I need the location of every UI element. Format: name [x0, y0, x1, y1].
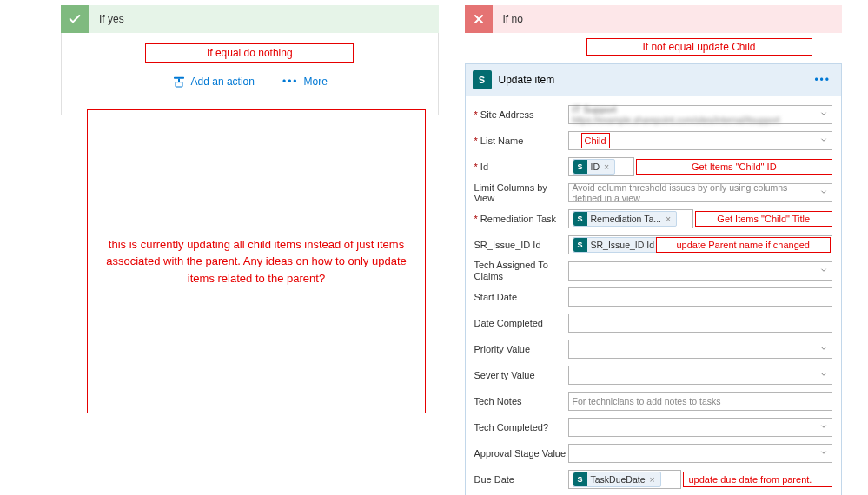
- input-sr-issue[interactable]: S SR_Issue_ID Id × update Parent name if…: [568, 235, 833, 254]
- check-icon: [61, 5, 89, 33]
- label-date-completed: Date Completed: [474, 318, 568, 328]
- svg-rect-1: [178, 79, 180, 82]
- chevron-down-icon: [819, 370, 828, 380]
- branch-no-label: If no: [503, 13, 523, 25]
- input-start-date[interactable]: [568, 287, 833, 307]
- add-action-label: Add an action: [191, 76, 255, 88]
- label-tech-completed: Tech Completed?: [474, 422, 568, 432]
- input-limit-columns[interactable]: Avoid column threshold issues by only us…: [568, 183, 833, 202]
- action-header[interactable]: S Update item •••: [466, 64, 842, 96]
- svg-rect-0: [174, 77, 184, 79]
- branch-body-yes: If equal do nothing Add an action ••• Mo…: [61, 33, 439, 116]
- input-list-name[interactable]: Child: [568, 131, 833, 150]
- chevron-down-icon: [819, 448, 828, 459]
- more-icon: •••: [282, 76, 299, 88]
- token-remove-icon[interactable]: ×: [664, 214, 673, 224]
- input-site-address[interactable]: IT Support https://example.sharepoint.co…: [568, 105, 833, 124]
- more-button[interactable]: ••• More: [282, 76, 328, 88]
- input-remediation[interactable]: S Remediation Ta... ×: [568, 209, 693, 228]
- input-tech-notes[interactable]: For technicians to add notes to tasks: [568, 392, 833, 411]
- input-tech-completed[interactable]: [568, 418, 833, 437]
- chevron-down-icon: [819, 109, 828, 120]
- label-tech-notes: Tech Notes: [474, 396, 568, 406]
- annotation-id: Get Items "Child" ID: [636, 159, 833, 175]
- input-approval-stage[interactable]: [568, 444, 833, 463]
- close-icon: [465, 5, 493, 33]
- input-date-completed[interactable]: [568, 314, 833, 333]
- sharepoint-mini-icon: S: [573, 160, 587, 174]
- chevron-down-icon: [819, 188, 828, 198]
- label-approval-stage: Approval Stage Value: [474, 448, 568, 459]
- svg-rect-2: [176, 82, 182, 87]
- input-severity[interactable]: [568, 366, 833, 385]
- label-remediation: Remediation Task: [474, 214, 568, 224]
- token-remove-icon[interactable]: ×: [602, 162, 611, 172]
- input-id[interactable]: S ID ×: [568, 157, 634, 176]
- label-priority: Priority Value: [474, 344, 568, 354]
- sharepoint-mini-icon: S: [573, 212, 587, 226]
- annotation-remediation: Get Items "Child" Title: [695, 211, 833, 227]
- chevron-down-icon: [819, 266, 828, 276]
- label-sr-issue: SR_Issue_ID Id: [474, 240, 568, 250]
- label-list-name: List Name: [474, 135, 568, 146]
- annotation-question: this is currently updating all child ite…: [87, 109, 426, 413]
- label-start-date: Start Date: [474, 292, 568, 302]
- token-remediation[interactable]: S Remediation Ta... ×: [573, 211, 678, 227]
- input-priority[interactable]: [568, 340, 833, 359]
- annotation-due-date: update due date from parent.: [683, 472, 833, 487]
- sharepoint-icon: S: [473, 70, 492, 89]
- label-site-address: Site Address: [474, 109, 568, 120]
- branch-header-yes[interactable]: If yes: [61, 5, 439, 33]
- action-menu-button[interactable]: •••: [811, 74, 834, 86]
- sharepoint-mini-icon: S: [573, 238, 587, 252]
- input-due-date[interactable]: S TaskDueDate ×: [568, 470, 681, 489]
- chevron-down-icon: [819, 344, 828, 354]
- annotation-sr-issue: update Parent name if changed: [656, 237, 832, 253]
- add-action-button[interactable]: Add an action: [172, 75, 255, 89]
- chevron-down-icon: [819, 135, 828, 146]
- more-label: More: [304, 76, 328, 88]
- label-limit-columns: Limit Columns by View: [474, 182, 568, 203]
- chevron-down-icon: [819, 422, 828, 432]
- branch-header-no[interactable]: If no: [465, 5, 843, 33]
- label-tech-assigned: Tech Assigned To Claims: [474, 260, 568, 282]
- action-card-update-item: S Update item ••• Site Address IT Suppor…: [465, 63, 843, 495]
- token-id[interactable]: S ID ×: [573, 159, 616, 175]
- input-tech-assigned[interactable]: [568, 261, 833, 280]
- annotation-list-name: Child: [581, 133, 610, 148]
- label-id: Id: [474, 162, 568, 172]
- annotation-if-not-equal: If not equal update Child: [586, 38, 812, 56]
- action-title: Update item: [499, 74, 812, 86]
- token-remove-icon[interactable]: ×: [648, 474, 657, 485]
- sharepoint-mini-icon: S: [573, 472, 587, 486]
- annotation-if-equal: If equal do nothing: [145, 43, 354, 63]
- add-action-icon: [172, 75, 186, 89]
- label-severity: Severity Value: [474, 370, 568, 380]
- token-due-date[interactable]: S TaskDueDate ×: [573, 472, 661, 487]
- label-due-date: Due Date: [474, 474, 568, 485]
- branch-yes-label: If yes: [99, 13, 124, 25]
